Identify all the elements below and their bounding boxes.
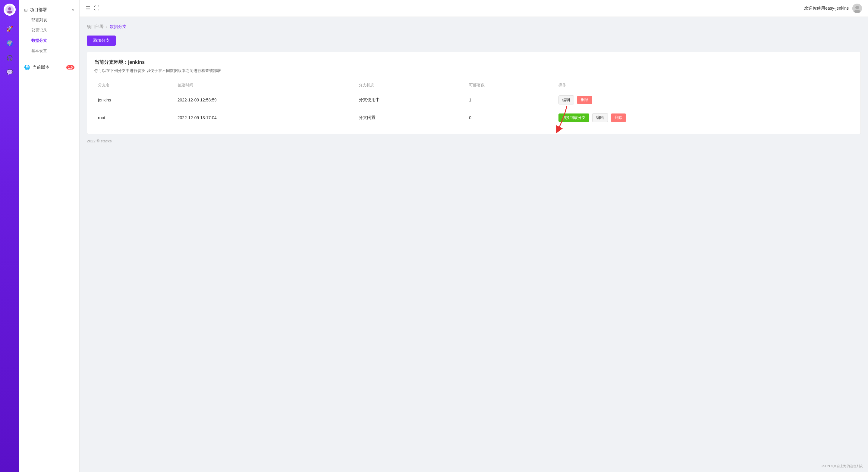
footer: 2022 © stacks <box>87 134 861 143</box>
col-created-time: 创建时间 <box>174 79 355 91</box>
content: 项目部署 / 数据分支 添加分支 当前分支环境：jenkins 你可以在下列分支… <box>80 17 868 472</box>
branch-status-root: 分支闲置 <box>355 109 466 127</box>
col-actions: 操作 <box>555 79 853 91</box>
branch-status-jenkins: 分支使用中 <box>355 91 466 109</box>
delete-button-root[interactable]: 删除 <box>611 113 626 122</box>
sidebar: ⊞ 项目部署 ∨ 部署列表 部署记录 数据分支 基本设置 🌐 当前版本 1.0 <box>19 0 80 472</box>
branch-deployable-jenkins: 1 <box>465 91 555 109</box>
grid-icon: ⊞ <box>24 7 28 12</box>
branch-table: 分支名 创建时间 分支状态 可部署数 操作 jenkins 2022-12-09… <box>94 79 853 127</box>
sidebar-section-deploy: ⊞ 项目部署 ∨ 部署列表 部署记录 数据分支 基本设置 <box>19 0 79 58</box>
app-logo[interactable] <box>4 4 16 15</box>
switch-branch-button-root[interactable]: 切换到该分支 <box>558 113 589 122</box>
card-description: 你可以在下列分支中进行切换 以便于在不同数据版本之间进行检查或部署 <box>94 68 853 73</box>
chat-icon[interactable]: 💬 <box>4 66 16 78</box>
main-wrapper: ☰ ⛶ 欢迎你使用easy-jenkins 项目部署 / 数据分支 添加分支 <box>80 0 868 472</box>
welcome-text: 欢迎你使用easy-jenkins <box>804 6 849 11</box>
top-header: ☰ ⛶ 欢迎你使用easy-jenkins <box>80 0 868 17</box>
edit-button-jenkins[interactable]: 编辑 <box>558 95 574 104</box>
edit-button-root[interactable]: 编辑 <box>592 113 608 122</box>
col-deployable: 可部署数 <box>465 79 555 91</box>
branch-time-jenkins: 2022-12-09 12:58:59 <box>174 91 355 109</box>
card-title-prefix: 当前分支环境： <box>94 60 128 65</box>
rocket-icon[interactable]: 🚀 <box>4 23 16 35</box>
header-icons: ☰ ⛶ <box>86 5 99 12</box>
svg-point-5 <box>854 10 860 13</box>
branch-name-jenkins: jenkins <box>94 91 174 109</box>
user-avatar[interactable] <box>852 4 862 13</box>
table-row: jenkins 2022-12-09 12:58:59 分支使用中 1 编辑 删… <box>94 91 853 109</box>
version-badge: 1.0 <box>66 65 74 70</box>
breadcrumb-parent: 项目部署 <box>87 24 104 30</box>
branch-actions-jenkins: 编辑 删除 <box>555 91 853 109</box>
branch-name-root: root <box>94 109 174 127</box>
svg-point-1 <box>8 7 11 10</box>
branch-actions-root: 切换到该分支 编辑 删除 <box>555 109 853 127</box>
support-icon[interactable]: 🎧 <box>4 52 16 64</box>
sidebar-version[interactable]: 🌐 当前版本 1.0 <box>19 61 79 74</box>
branch-card: 当前分支环境：jenkins 你可以在下列分支中进行切换 以便于在不同数据版本之… <box>87 52 861 134</box>
branch-time-root: 2022-12-09 13:17:04 <box>174 109 355 127</box>
breadcrumb-separator: / <box>106 24 107 29</box>
card-title: 当前分支环境：jenkins <box>94 59 853 66</box>
svg-point-2 <box>7 10 12 13</box>
add-branch-button[interactable]: 添加分支 <box>87 36 116 46</box>
footer-text: 2022 © stacks <box>87 139 112 143</box>
sidebar-section-header[interactable]: ⊞ 项目部署 ∨ <box>19 5 79 15</box>
globe-sidebar-icon: 🌐 <box>24 64 30 70</box>
icon-rail: 🚀 🌍 🎧 💬 <box>0 0 19 472</box>
table-row: root 2022-12-09 13:17:04 分支闲置 0 切换到该分支 编… <box>94 109 853 127</box>
globe-rail-icon[interactable]: 🌍 <box>4 37 16 49</box>
svg-point-4 <box>855 6 859 9</box>
sidebar-item-data-branch[interactable]: 数据分支 <box>19 36 79 46</box>
menu-icon[interactable]: ☰ <box>86 5 90 12</box>
delete-button-jenkins[interactable]: 删除 <box>577 96 592 104</box>
breadcrumb-current[interactable]: 数据分支 <box>110 24 127 30</box>
sidebar-section-title: 项目部署 <box>30 7 47 13</box>
card-env-value: jenkins <box>128 60 145 65</box>
header-right: 欢迎你使用easy-jenkins <box>804 4 862 13</box>
expand-icon[interactable]: ⛶ <box>94 5 99 12</box>
sidebar-item-deploy-record[interactable]: 部署记录 <box>19 25 79 36</box>
breadcrumb: 项目部署 / 数据分支 <box>87 24 861 30</box>
col-status: 分支状态 <box>355 79 466 91</box>
sidebar-item-deploy-list[interactable]: 部署列表 <box>19 15 79 25</box>
sidebar-item-basic-settings[interactable]: 基本设置 <box>19 46 79 56</box>
branch-deployable-root: 0 <box>465 109 555 127</box>
col-branch-name: 分支名 <box>94 79 174 91</box>
version-label: 当前版本 <box>33 65 50 70</box>
watermark: CSDN ©来自上海的这位别友 <box>821 464 863 468</box>
collapse-arrow-icon: ∨ <box>72 8 74 12</box>
